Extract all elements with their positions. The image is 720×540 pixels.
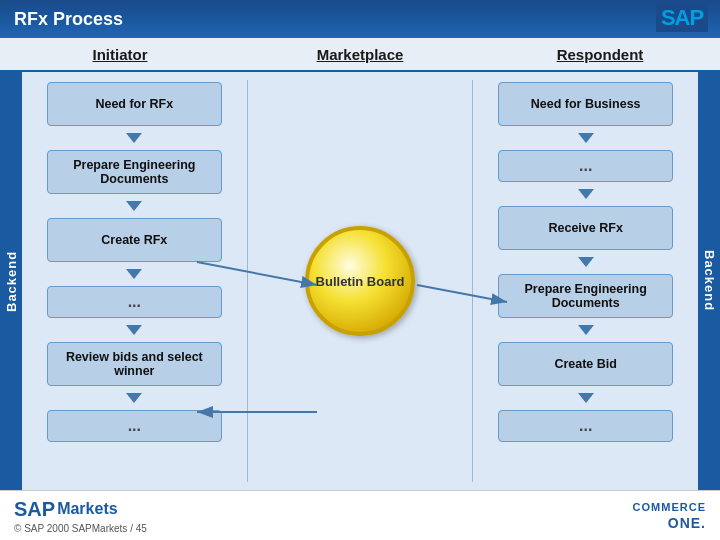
initiator-prepare-eng-docs: Prepare Engineering Documents (47, 150, 222, 194)
respondent-need-business: Need for Business (498, 82, 673, 126)
backend-label-left: Backend (0, 72, 22, 490)
arrow-down-5 (126, 393, 142, 403)
sap-logo-text: SAP (661, 5, 703, 31)
arrow-down-r4 (578, 325, 594, 335)
arrow-down-r5 (578, 393, 594, 403)
initiator-ellipsis-2: ... (47, 410, 222, 442)
sap-logo: SAP (656, 4, 708, 32)
bulletin-board: Bulletin Board (305, 226, 415, 336)
col-header-respondent: Respondent (480, 38, 720, 70)
col-marketplace: Bulletin Board (248, 72, 473, 490)
arrow-down-r1 (578, 133, 594, 143)
col-initiator: Need for RFx Prepare Engineering Documen… (22, 72, 247, 490)
footer: SAP Markets © SAP 2000 SAPMarkets / 45 C… (0, 490, 720, 540)
sap-text: SAP (14, 498, 55, 521)
respondent-receive-rfx: Receive RFx (498, 206, 673, 250)
arrow-down-2 (126, 201, 142, 211)
col-header-initiator: Initiator (0, 38, 240, 70)
page-title: RFx Process (14, 9, 123, 30)
main-area: Backend Need for RFx Prepare Engineering… (0, 72, 720, 490)
initiator-ellipsis-1: ... (47, 286, 222, 318)
columns-container: Need for RFx Prepare Engineering Documen… (22, 72, 698, 490)
commerce-one-text: COMMERCE (633, 501, 706, 513)
arrow-down-3 (126, 269, 142, 279)
commerce-one-logo: COMMERCE ONE. (633, 501, 706, 531)
col-respondent: Need for Business ... Receive RFx Prepar… (473, 72, 698, 490)
bulletin-board-label: Bulletin Board (316, 274, 405, 289)
respondent-ellipsis-2: ... (498, 410, 673, 442)
arrow-down-4 (126, 325, 142, 335)
respondent-create-bid: Create Bid (498, 342, 673, 386)
arrow-down-r3 (578, 257, 594, 267)
respondent-prepare-eng-docs: Prepare Engineering Documents (498, 274, 673, 318)
arrow-down-r2 (578, 189, 594, 199)
markets-text: Markets (57, 500, 117, 518)
respondent-ellipsis-1: ... (498, 150, 673, 182)
initiator-create-rfx: Create RFx (47, 218, 222, 262)
header: RFx Process SAP (0, 0, 720, 38)
footer-left: SAP Markets © SAP 2000 SAPMarkets / 45 (14, 498, 147, 534)
sap-markets-logo: SAP Markets (14, 498, 147, 521)
arrow-down-1 (126, 133, 142, 143)
col-header-marketplace: Marketplace (240, 38, 480, 70)
copyright: © SAP 2000 SAPMarkets / 45 (14, 523, 147, 534)
backend-label-right: Backend (698, 72, 720, 490)
column-headers: Initiator Marketplace Respondent (0, 38, 720, 72)
commerce-one-text2: ONE. (668, 515, 706, 531)
initiator-review-bids: Review bids and select winner (47, 342, 222, 386)
initiator-need-rfx: Need for RFx (47, 82, 222, 126)
